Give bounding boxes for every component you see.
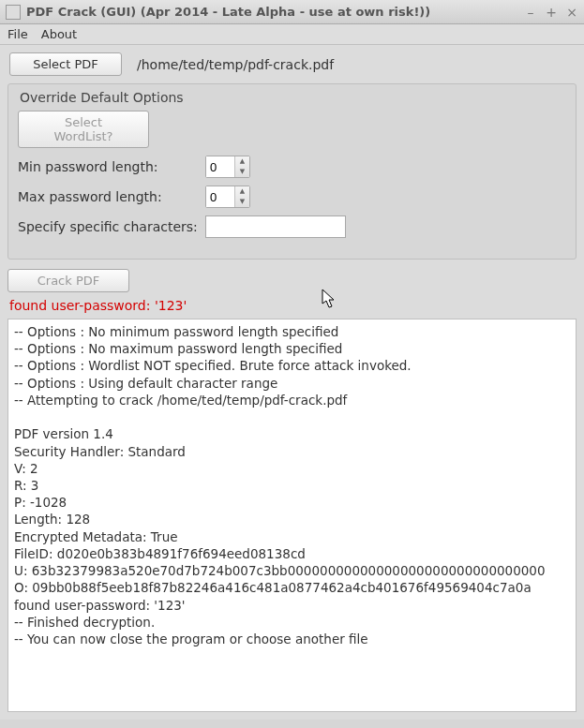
max-length-input[interactable] bbox=[206, 186, 234, 207]
minimize-button[interactable]: – bbox=[524, 5, 537, 20]
max-length-row: Max password length: ▲ ▼ bbox=[18, 186, 566, 208]
spin-up-icon[interactable]: ▲ bbox=[235, 156, 249, 167]
options-title: Override Default Options bbox=[18, 90, 566, 105]
status-message: found user-password: '123' bbox=[7, 298, 577, 319]
app-icon bbox=[6, 5, 21, 20]
menu-about[interactable]: About bbox=[41, 27, 77, 41]
options-group: Override Default Options Select WordList… bbox=[7, 83, 577, 260]
close-button[interactable]: × bbox=[565, 5, 578, 20]
chars-input[interactable] bbox=[205, 215, 346, 238]
chars-row: Specify specific characters: bbox=[18, 215, 566, 238]
crack-pdf-button[interactable]: Crack PDF bbox=[7, 269, 129, 292]
spin-down-icon[interactable]: ▼ bbox=[235, 167, 249, 177]
window-controls: – + × bbox=[524, 5, 578, 20]
selected-pdf-path: /home/ted/temp/pdf-crack.pdf bbox=[137, 57, 334, 72]
min-length-steppers[interactable]: ▲ ▼ bbox=[234, 156, 249, 177]
select-wordlist-button[interactable]: Select WordList? bbox=[18, 111, 149, 148]
output-log[interactable]: -- Options : No minimum password length … bbox=[7, 319, 577, 712]
min-length-spinbox[interactable]: ▲ ▼ bbox=[205, 156, 250, 178]
pdf-select-row: Select PDF /home/ted/temp/pdf-crack.pdf bbox=[7, 49, 577, 82]
window-title: PDF Crack (GUI) (Apr 2014 - Late Alpha -… bbox=[26, 5, 524, 19]
spin-up-icon[interactable]: ▲ bbox=[235, 186, 249, 197]
titlebar: PDF Crack (GUI) (Apr 2014 - Late Alpha -… bbox=[0, 0, 584, 24]
spin-down-icon[interactable]: ▼ bbox=[235, 197, 249, 207]
min-length-row: Min password length: ▲ ▼ bbox=[18, 156, 566, 178]
chars-label: Specify specific characters: bbox=[18, 219, 205, 234]
menubar: File About bbox=[0, 24, 584, 45]
menu-file[interactable]: File bbox=[7, 27, 28, 41]
client-area: Select PDF /home/ted/temp/pdf-crack.pdf … bbox=[0, 45, 584, 720]
maximize-button[interactable]: + bbox=[545, 5, 558, 20]
max-length-label: Max password length: bbox=[18, 189, 205, 204]
min-length-label: Min password length: bbox=[18, 159, 205, 174]
select-pdf-button[interactable]: Select PDF bbox=[9, 52, 122, 76]
max-length-steppers[interactable]: ▲ ▼ bbox=[234, 186, 249, 207]
min-length-input[interactable] bbox=[206, 156, 234, 177]
crack-row: Crack PDF bbox=[7, 269, 577, 292]
max-length-spinbox[interactable]: ▲ ▼ bbox=[205, 186, 250, 208]
